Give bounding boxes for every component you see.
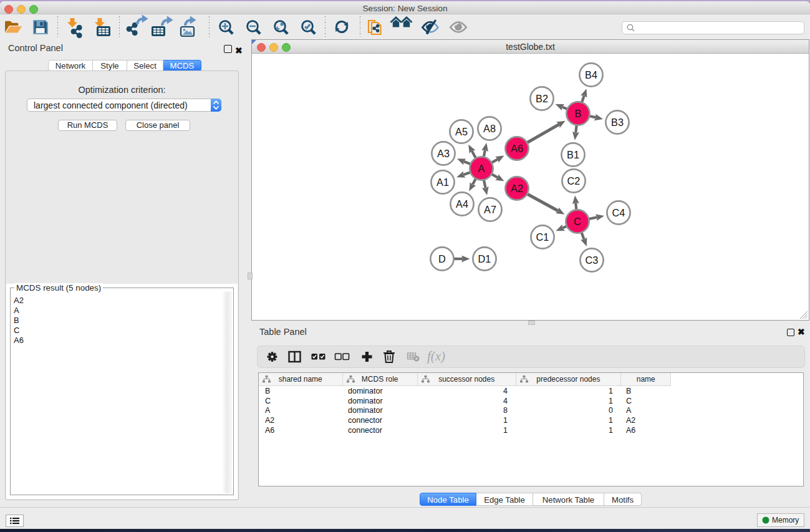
svg-text:D1: D1 xyxy=(478,253,491,264)
svg-text:C4: C4 xyxy=(612,207,625,218)
svg-text:B4: B4 xyxy=(585,69,597,80)
svg-text:C: C xyxy=(574,216,581,227)
svg-text:B2: B2 xyxy=(536,93,548,104)
svg-text:B1: B1 xyxy=(567,149,579,160)
svg-text:C2: C2 xyxy=(567,175,581,186)
svg-text:f(x): f(x) xyxy=(427,349,445,364)
svg-text:A6: A6 xyxy=(511,143,523,154)
svg-text:C3: C3 xyxy=(586,254,599,266)
svg-text:A7: A7 xyxy=(484,204,496,215)
svg-text:A2: A2 xyxy=(511,183,523,194)
svg-text:A1: A1 xyxy=(436,177,449,188)
svg-text:B3: B3 xyxy=(611,117,624,128)
svg-text:A5: A5 xyxy=(455,126,468,137)
svg-text:D: D xyxy=(438,253,446,264)
svg-text:A3: A3 xyxy=(437,148,450,159)
svg-text:A4: A4 xyxy=(456,198,468,210)
svg-text:A8: A8 xyxy=(483,123,496,134)
svg-text:C1: C1 xyxy=(536,231,549,243)
svg-text:B: B xyxy=(575,108,582,119)
svg-text:A: A xyxy=(478,163,485,174)
